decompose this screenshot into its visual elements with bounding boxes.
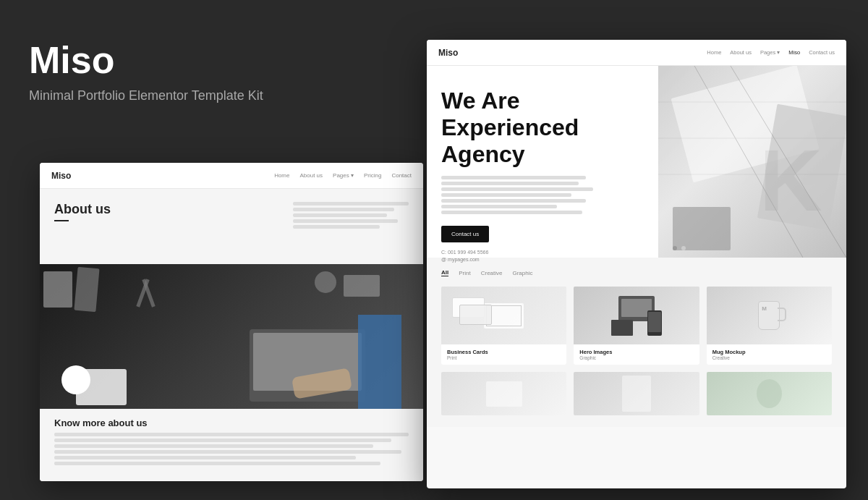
preview-right-nav-links: Home About us Pages ▾ Miso Contact us xyxy=(707,49,835,56)
nav-link-home[interactable]: Home xyxy=(274,172,289,179)
page-wrapper: Miso Minimal Portfolio Elementor Templat… xyxy=(0,0,868,500)
portfolio-partial-1[interactable] xyxy=(441,372,566,415)
know-title: Know more about us xyxy=(54,418,409,428)
portfolio-img-mm: M xyxy=(707,287,832,344)
bc-category: Print xyxy=(447,355,561,360)
r-nav-pages[interactable]: Pages ▾ xyxy=(760,49,780,56)
hero-body-text xyxy=(441,176,644,214)
bc-title: Business Cards xyxy=(447,349,561,355)
nav-link-about[interactable]: About us xyxy=(299,172,323,179)
hero-section: We AreExperiencedAgency Contact us C: 00… xyxy=(427,66,846,258)
desc-lines xyxy=(54,433,409,465)
portfolio-item-mm[interactable]: M Mug Mockup Creative xyxy=(707,287,832,365)
r-nav-contact[interactable]: Contact us xyxy=(809,49,835,56)
preview-left-nav: Miso Home About us Pages ▾ Pricing Conta… xyxy=(40,163,423,189)
portfolio-section: All Print Creative Graphic Business Card… xyxy=(427,258,846,427)
hero-phone: C: 001 999 494 5566 xyxy=(441,250,644,255)
portfolio-filters: All Print Creative Graphic xyxy=(441,269,832,276)
filter-print[interactable]: Print xyxy=(459,270,470,276)
preview-left-logo: Miso xyxy=(51,171,274,181)
nav-link-pricing[interactable]: Pricing xyxy=(364,172,381,179)
hero-heading: We AreExperiencedAgency xyxy=(441,88,644,167)
preview-right-card: Miso Home About us Pages ▾ Miso Contact … xyxy=(427,40,846,488)
portfolio-partial-2[interactable] xyxy=(574,372,699,415)
filter-creative[interactable]: Creative xyxy=(481,270,503,276)
portfolio-item-bc-label: Business Cards Print xyxy=(441,344,566,365)
nav-link-pages[interactable]: Pages ▾ xyxy=(333,172,354,179)
portfolio-row2 xyxy=(441,372,832,415)
subtitle: Minimal Portfolio Elementor Template Kit xyxy=(29,88,405,103)
portfolio-item-mm-label: Mug Mockup Creative xyxy=(707,344,832,365)
portfolio-grid: Business Cards Print xyxy=(441,287,832,365)
r-nav-home[interactable]: Home xyxy=(707,49,721,56)
left-panel: Miso Minimal Portfolio Elementor Templat… xyxy=(29,40,405,132)
hero-left-content: We AreExperiencedAgency Contact us C: 00… xyxy=(427,66,658,258)
fm-category: Graphic xyxy=(579,355,693,360)
portfolio-item-bc[interactable]: Business Cards Print xyxy=(441,287,566,365)
know-more-section: Know more about us xyxy=(40,409,423,481)
main-title: Miso xyxy=(29,40,405,81)
preview-left-nav-links: Home About us Pages ▾ Pricing Contact xyxy=(274,172,412,179)
filter-all[interactable]: All xyxy=(441,269,448,276)
filter-graphic[interactable]: Graphic xyxy=(512,270,532,276)
hero-contact-info: C: 001 999 494 5566 @ mypages.com xyxy=(441,250,644,262)
portfolio-item-fm-label: Hero Images Graphic xyxy=(574,344,699,365)
hero-cta-button[interactable]: Contact us xyxy=(441,226,489,242)
slider-dot-inactive[interactable] xyxy=(681,246,686,250)
workspace-image xyxy=(40,264,423,409)
portfolio-img-bc xyxy=(441,287,566,344)
preview-left-card: Miso Home About us Pages ▾ Pricing Conta… xyxy=(40,163,423,481)
portfolio-img-fm xyxy=(574,287,699,344)
r-nav-miso[interactable]: Miso xyxy=(788,49,800,56)
hero-right-image: K xyxy=(658,66,846,258)
hero-email: @ mypages.com xyxy=(441,257,644,262)
portfolio-partial-3[interactable] xyxy=(707,372,832,415)
r-nav-about[interactable]: About us xyxy=(730,49,752,56)
mm-title: Mug Mockup xyxy=(712,349,826,355)
svg-text:K: K xyxy=(760,132,822,229)
nav-link-contact[interactable]: Contact xyxy=(391,172,412,179)
mm-category: Creative xyxy=(712,355,826,360)
portfolio-item-fm[interactable]: Hero Images Graphic xyxy=(574,287,699,365)
fm-title: Hero Images xyxy=(579,349,693,355)
preview-right-nav: Miso Home About us Pages ▾ Miso Contact … xyxy=(427,40,846,66)
section-text-block xyxy=(293,202,409,229)
about-underline xyxy=(54,220,69,221)
slider-dot-active[interactable] xyxy=(673,246,677,250)
preview-right-logo: Miso xyxy=(438,48,707,58)
